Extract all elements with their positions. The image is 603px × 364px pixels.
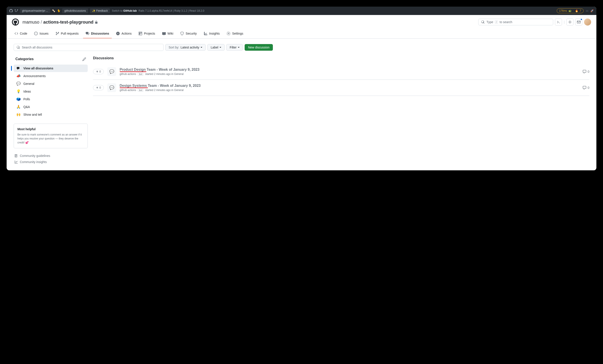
cat-icon[interactable]: 🐈: [57, 9, 60, 12]
author-link[interactable]: github-actions: [120, 89, 136, 92]
bot-badge: bot: [137, 72, 144, 76]
arrow-up-icon: [96, 86, 99, 89]
discussion-title[interactable]: Product Design Team - Week of January 9,…: [120, 68, 199, 72]
command-palette-button[interactable]: [555, 19, 562, 25]
discussions-search[interactable]: Search all discussions: [14, 44, 163, 51]
branch-pill[interactable]: gh/queue/master/pr-...: [20, 8, 50, 13]
filter-button[interactable]: Filter: [226, 44, 243, 51]
notification-dot: [580, 18, 582, 21]
github-logo[interactable]: [12, 19, 19, 25]
dev-toolbar: gh/queue/master/pr-... 🦴 🐈 github/discus…: [7, 7, 596, 15]
discussion-meta: github-actions bot started 2 minutes ago…: [120, 89, 580, 92]
switch-link[interactable]: Switch to GitHub:lab: [112, 9, 137, 12]
tab-code[interactable]: Code: [12, 29, 30, 38]
discussion-meta: github-actions bot started 2 minutes ago…: [120, 72, 580, 76]
upvote-button[interactable]: 0: [93, 69, 104, 74]
ellipsis-icon[interactable]: ▭: [586, 9, 588, 12]
new-discussion-button[interactable]: New discussion: [245, 44, 273, 51]
categories-sidebar: Categories View all discussions 📣 An: [14, 56, 88, 165]
dot-icon: ·: [573, 9, 574, 12]
checklist-icon: [14, 154, 18, 158]
repo-nav: Code Issues Pull requests Discussions Ac…: [7, 29, 596, 39]
search-icon: [17, 46, 20, 49]
tab-pulls[interactable]: Pull requests: [53, 29, 81, 38]
categories-heading: Categories: [14, 56, 88, 62]
notifications-button[interactable]: [575, 19, 582, 25]
tab-discussions[interactable]: Discussions: [83, 29, 112, 38]
chevron-down-icon: [201, 47, 202, 48]
stack-info: Rails 7.1.0.alpha.f517eefe14 | Ruby 3.1.…: [139, 9, 204, 12]
most-helpful-body: Be sure to mark someone's comment as an …: [17, 133, 84, 145]
upvote-button[interactable]: 0: [93, 85, 104, 90]
tab-actions[interactable]: Actions: [114, 29, 134, 38]
edit-categories-icon[interactable]: [82, 57, 86, 61]
search-icon: [481, 20, 485, 24]
category-ideas[interactable]: 💡 Ideas: [14, 88, 88, 95]
global-search[interactable]: Type / to search: [478, 19, 553, 25]
highlight-underline: [120, 88, 148, 88]
discussions-list: Discussions 0 💬 Product Design Team - We…: [93, 56, 589, 165]
category-show-tell[interactable]: 🙌 Show and tell: [14, 111, 88, 118]
breadcrumb: mamuso / actions-test-playground: [23, 20, 98, 25]
discussion-row[interactable]: 0 💬 Design Systems Team - Week of Januar…: [93, 80, 589, 96]
tab-security[interactable]: Security: [178, 29, 199, 38]
repo-header: mamuso / actions-test-playground Type / …: [7, 15, 596, 29]
category-view-all[interactable]: View all discussions: [14, 65, 88, 72]
discussion-row[interactable]: 0 💬 Product Design Team - Week of Januar…: [93, 64, 589, 80]
timing-pill[interactable]: 176ms 🐢 · 🔥 7: [557, 8, 584, 13]
discussions-toolbar: Search all discussions Sort by: Latest a…: [14, 44, 589, 51]
discussion-icon: [16, 66, 21, 70]
most-helpful-box: Most helpful Be sure to mark someone's c…: [14, 124, 88, 148]
discussions-title: Discussions: [93, 56, 589, 60]
arrow-up-icon: [96, 70, 99, 73]
lock-icon: [95, 20, 98, 25]
category-announcements[interactable]: 📣 Announcements: [14, 72, 88, 80]
tab-wiki[interactable]: Wiki: [160, 29, 176, 38]
comment-count[interactable]: 0: [583, 86, 589, 90]
comment-count[interactable]: 0: [583, 70, 589, 73]
bot-badge: bot: [137, 89, 144, 92]
comment-icon: [583, 86, 586, 90]
branch-icon: [14, 9, 18, 12]
repo-path-pill[interactable]: github/discussions: [62, 8, 88, 13]
category-polls[interactable]: 🗳️ Polls: [14, 95, 88, 103]
discussion-title[interactable]: Design Systems Team - Week of January 9,…: [120, 84, 201, 88]
category-general[interactable]: 💬 General: [14, 80, 88, 88]
owner-link[interactable]: mamuso: [23, 20, 39, 25]
chevron-down-icon: [220, 47, 221, 48]
most-helpful-title: Most helpful: [17, 127, 84, 131]
page-body: Search all discussions Sort by: Latest a…: [7, 39, 596, 170]
tab-settings[interactable]: Settings: [224, 29, 246, 38]
comment-icon: [583, 70, 586, 73]
tab-projects[interactable]: Projects: [136, 29, 158, 38]
graph-icon: [14, 160, 18, 164]
community-insights-link[interactable]: Community insights: [14, 159, 88, 165]
turtle-icon: 🐢: [568, 9, 572, 12]
bone-icon[interactable]: 🦴: [52, 9, 55, 12]
discussion-avatar: 💬: [107, 67, 116, 76]
discussion-avatar: 💬: [107, 83, 116, 92]
category-qa[interactable]: 🙏 Q&A: [14, 103, 88, 111]
tab-insights[interactable]: Insights: [201, 29, 222, 38]
create-button[interactable]: [567, 19, 573, 25]
community-guidelines-link[interactable]: Community guidelines: [14, 153, 88, 159]
app-window: gh/queue/master/pr-... 🦴 🐈 github/discus…: [7, 7, 596, 170]
repo-link[interactable]: actions-test-playground: [43, 20, 93, 25]
feedback-button[interactable]: ✨ Feedback: [90, 8, 110, 13]
flame-icon: 🔥: [575, 9, 578, 12]
tab-issues[interactable]: Issues: [32, 29, 51, 38]
github-icon: [9, 9, 13, 12]
highlight-underline: [120, 71, 146, 72]
sort-button[interactable]: Sort by: Latest activity: [165, 44, 206, 51]
label-button[interactable]: Label: [207, 44, 225, 51]
user-avatar[interactable]: [584, 19, 591, 25]
author-link[interactable]: github-actions: [120, 72, 136, 76]
rocket-icon[interactable]: 🚀: [591, 9, 594, 12]
chevron-down-icon: [238, 47, 240, 48]
